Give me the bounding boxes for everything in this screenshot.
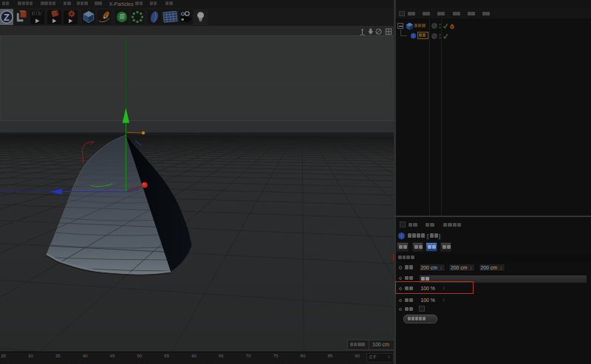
svg-text:Z: Z xyxy=(4,12,10,23)
